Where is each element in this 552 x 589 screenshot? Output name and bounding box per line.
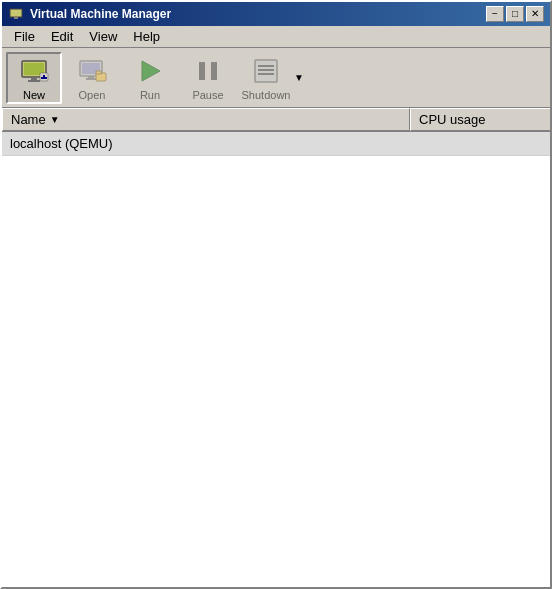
- svg-rect-21: [258, 73, 274, 75]
- new-vm-label: New: [23, 89, 45, 101]
- menu-help[interactable]: Help: [125, 27, 168, 46]
- run-button[interactable]: Run: [122, 52, 178, 104]
- row-cpu-cell: [410, 132, 550, 155]
- menu-edit[interactable]: Edit: [43, 27, 81, 46]
- shutdown-label: Shutdown: [242, 89, 291, 101]
- table-row[interactable]: localhost (QEMU): [2, 132, 550, 156]
- window-title: Virtual Machine Manager: [30, 7, 171, 21]
- content-area: Name ▼ CPU usage localhost (QEMU): [2, 108, 550, 587]
- shutdown-icon: [250, 55, 282, 87]
- run-label: Run: [140, 89, 160, 101]
- svg-rect-16: [199, 62, 205, 80]
- svg-rect-20: [258, 69, 274, 71]
- toolbar: New Open: [2, 48, 550, 108]
- new-vm-button[interactable]: New: [6, 52, 62, 104]
- title-bar-controls: − □ ✕: [486, 6, 544, 22]
- svg-rect-1: [14, 17, 18, 19]
- app-icon: [8, 6, 24, 22]
- minimize-button[interactable]: −: [486, 6, 504, 22]
- title-bar-left: Virtual Machine Manager: [8, 6, 171, 22]
- menu-bar: File Edit View Help: [2, 26, 550, 48]
- svg-rect-8: [41, 77, 47, 79]
- new-vm-icon: [18, 55, 50, 87]
- column-header-cpu: CPU usage: [410, 108, 550, 131]
- svg-rect-17: [211, 62, 217, 80]
- name-column-dropdown[interactable]: ▼: [50, 114, 60, 125]
- svg-rect-19: [258, 65, 274, 67]
- pause-label: Pause: [192, 89, 223, 101]
- pause-button[interactable]: Pause: [180, 52, 236, 104]
- dropdown-arrow: ▼: [294, 72, 304, 83]
- name-column-label: Name: [11, 112, 46, 127]
- close-button[interactable]: ✕: [526, 6, 544, 22]
- svg-rect-0: [10, 9, 22, 17]
- cpu-column-label: CPU usage: [419, 112, 485, 127]
- open-icon: [76, 55, 108, 87]
- svg-rect-14: [96, 71, 101, 74]
- open-label: Open: [79, 89, 106, 101]
- open-button[interactable]: Open: [64, 52, 120, 104]
- row-name-cell: localhost (QEMU): [2, 132, 410, 155]
- svg-rect-4: [31, 77, 37, 80]
- shutdown-button[interactable]: Shutdown: [238, 52, 294, 104]
- menu-file[interactable]: File: [6, 27, 43, 46]
- table-header: Name ▼ CPU usage: [2, 108, 550, 132]
- main-window: Virtual Machine Manager − □ ✕ File Edit …: [0, 0, 552, 589]
- table-body: localhost (QEMU): [2, 132, 550, 587]
- title-bar: Virtual Machine Manager − □ ✕: [2, 2, 550, 26]
- svg-rect-5: [28, 80, 40, 82]
- pause-icon: [192, 55, 224, 87]
- svg-marker-15: [142, 61, 160, 81]
- run-icon: [134, 55, 166, 87]
- menu-view[interactable]: View: [81, 27, 125, 46]
- svg-rect-11: [88, 76, 94, 78]
- column-header-name[interactable]: Name ▼: [2, 108, 410, 131]
- svg-rect-12: [86, 78, 96, 80]
- maximize-button[interactable]: □: [506, 6, 524, 22]
